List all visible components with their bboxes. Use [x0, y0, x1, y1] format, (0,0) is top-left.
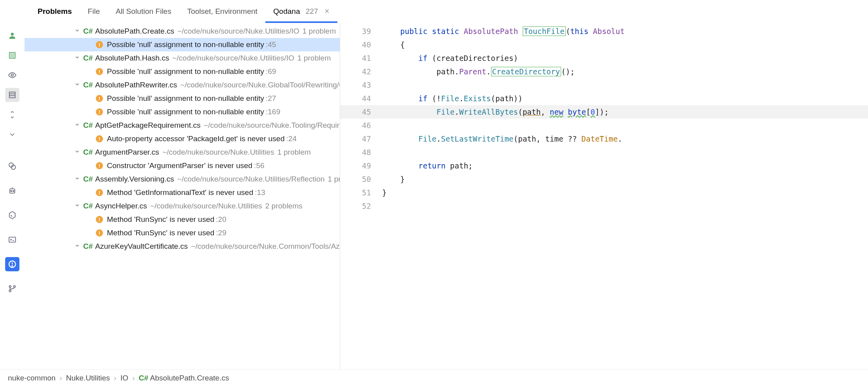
problems-count: 1 problem — [277, 148, 311, 157]
file-name: AsyncHelper.cs — [95, 202, 147, 210]
file-row[interactable]: C#AsyncHelper.cs~/code/nuke/source/Nuke.… — [25, 199, 340, 213]
file-name: AbsolutePathRewriter.cs — [95, 81, 177, 89]
editor-code[interactable]: public static AbsolutePath TouchFile(thi… — [382, 23, 868, 369]
problems-count: 1 prob — [328, 175, 340, 184]
tab-toolset-environment[interactable]: Toolset, Environment — [179, 0, 265, 23]
line-number: 45 — [340, 105, 382, 119]
breadcrumb-root[interactable]: nuke-common — [8, 374, 55, 382]
breadcrumb-item[interactable]: IO — [120, 374, 128, 382]
problems-count: 1 problem — [303, 27, 336, 36]
file-name: AzureKeyVaultCertificate.cs — [95, 242, 188, 251]
tab-file[interactable]: File — [80, 0, 108, 23]
chevron-down-icon[interactable] — [74, 243, 82, 250]
issue-text: Possible 'null' assignment to non-nullab… — [107, 40, 264, 49]
warning-icon: ! — [96, 189, 103, 196]
line-number: 48 — [340, 146, 382, 159]
chevron-down-icon[interactable] — [74, 149, 82, 156]
chevron-down-icon[interactable] — [74, 176, 82, 183]
breadcrumb: nuke-common › Nuke.Utilities › IO › C# A… — [0, 369, 868, 386]
issue-line: :169 — [266, 108, 280, 116]
line-number: 51 — [340, 186, 382, 199]
file-row[interactable]: C#ArgumentParser.cs~/code/nuke/source/Nu… — [25, 146, 340, 159]
chevron-down-icon[interactable] — [74, 28, 82, 35]
file-row[interactable]: C#Assembly.Versioning.cs~/code/nuke/sour… — [25, 172, 340, 186]
collapse-icon[interactable] — [5, 127, 19, 142]
chevron-down-icon[interactable] — [74, 81, 82, 89]
user-icon[interactable] — [5, 28, 19, 43]
warning-icon: ! — [96, 68, 103, 75]
editor-gutter: 3940414243444546474849505152 — [340, 23, 382, 369]
cs-badge: C# — [83, 81, 93, 89]
file-path: ~/code/nuke/source/Nuke.Utilities/IO — [177, 27, 299, 36]
expand-collapse-icon[interactable] — [5, 108, 19, 122]
breadcrumb-file[interactable]: C# AbsolutePath.Create.cs — [139, 374, 229, 382]
chevron-down-icon[interactable] — [74, 122, 82, 129]
issue-row[interactable]: !Possible 'null' assignment to non-nulla… — [25, 38, 340, 51]
svg-point-11 — [13, 191, 14, 192]
issue-line: :69 — [266, 67, 276, 76]
issue-row[interactable]: !Method 'RunSync' is never used:29 — [25, 226, 340, 240]
svg-rect-4 — [10, 92, 15, 98]
problems-count: 2 problems — [265, 202, 303, 210]
warning-icon: ! — [96, 135, 103, 142]
line-number: 41 — [340, 51, 382, 65]
cs-badge: C# — [83, 148, 93, 157]
chevron-down-icon[interactable] — [74, 202, 82, 210]
file-row[interactable]: C#AbsolutePath.Create.cs~/code/nuke/sour… — [25, 25, 340, 38]
issue-text: Constructor 'ArgumentParser' is never us… — [107, 161, 252, 170]
terminal-icon[interactable] — [5, 233, 19, 247]
eye-icon[interactable] — [5, 68, 19, 82]
line-number: 42 — [340, 65, 382, 78]
problems-tool-icon[interactable] — [5, 257, 19, 271]
file-row[interactable]: C#AbsolutePath.Hash.cs~/code/nuke/source… — [25, 51, 340, 65]
svg-rect-13 — [9, 237, 16, 242]
file-name: Assembly.Versioning.cs — [95, 175, 174, 184]
breadcrumb-item[interactable]: Nuke.Utilities — [66, 374, 110, 382]
issue-text: Possible 'null' assignment to non-nullab… — [107, 94, 264, 103]
warning-icon: ! — [96, 229, 103, 237]
issue-row[interactable]: !Constructor 'ArgumentParser' is never u… — [25, 159, 340, 172]
file-row[interactable]: C#AzureKeyVaultCertificate.cs~/code/nuke… — [25, 240, 340, 253]
issue-row[interactable]: !Possible 'null' assignment to non-nulla… — [25, 65, 340, 78]
svg-point-19 — [9, 290, 11, 292]
line-number: 46 — [340, 119, 382, 132]
preview-editor: 3940414243444546474849505152 public stat… — [340, 23, 868, 369]
tab-all-solution-files[interactable]: All Solution Files — [108, 0, 179, 23]
svg-point-3 — [11, 74, 13, 76]
inspection-icon[interactable] — [5, 48, 19, 62]
tab-qodana-label: Qodana — [273, 7, 300, 16]
line-number: 40 — [340, 38, 382, 51]
issue-row[interactable]: !Method 'RunSync' is never used:20 — [25, 213, 340, 226]
close-icon[interactable]: ✕ — [324, 8, 329, 15]
warning-icon: ! — [96, 95, 103, 102]
line-number: 47 — [340, 132, 382, 146]
robot-icon[interactable] — [5, 184, 19, 198]
circles-icon[interactable] — [5, 159, 19, 173]
file-row[interactable]: C#AptGetPackageRequirement.cs~/code/nuke… — [25, 119, 340, 132]
cs-badge: C# — [83, 27, 93, 36]
line-number: 44 — [340, 92, 382, 105]
hexagon-icon[interactable] — [5, 208, 19, 222]
file-path: ~/code/nuke/source/Nuke.Utilities — [150, 202, 262, 210]
issue-row[interactable]: !Possible 'null' assignment to non-nulla… — [25, 92, 340, 105]
chevron-right-icon: › — [114, 374, 116, 382]
cs-badge: C# — [83, 202, 93, 210]
chevron-down-icon[interactable] — [74, 55, 82, 62]
file-path: ~/code/nuke/source/Nuke.Utilities/Reflec… — [177, 175, 325, 184]
file-path: ~/code/nuke/source/Nuke.GlobalTool/Rewri… — [180, 81, 340, 89]
problems-tree[interactable]: C#AbsolutePath.Create.cs~/code/nuke/sour… — [25, 23, 340, 369]
line-number: 43 — [340, 78, 382, 92]
preview-icon[interactable] — [5, 88, 19, 102]
issue-text: Possible 'null' assignment to non-nullab… — [107, 67, 264, 76]
issue-row[interactable]: !Auto-property accessor 'PackageId.get' … — [25, 132, 340, 146]
warning-icon: ! — [96, 216, 103, 223]
file-row[interactable]: C#AbsolutePathRewriter.cs~/code/nuke/sou… — [25, 78, 340, 92]
issue-row[interactable]: !Method 'GetInformationalText' is never … — [25, 186, 340, 199]
side-toolbar — [0, 23, 25, 369]
tab-problems[interactable]: Problems — [30, 0, 80, 23]
issue-text: Method 'GetInformationalText' is never u… — [107, 188, 253, 197]
warning-icon: ! — [96, 162, 103, 169]
issue-row[interactable]: !Possible 'null' assignment to non-nulla… — [25, 105, 340, 119]
tab-qodana[interactable]: Qodana 227 ✕ — [265, 0, 337, 23]
git-branch-icon[interactable] — [5, 282, 19, 296]
